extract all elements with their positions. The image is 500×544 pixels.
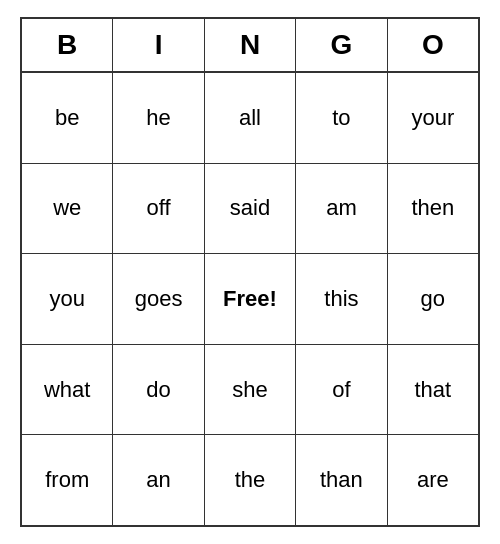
bingo-cell-2-4: go bbox=[388, 254, 478, 344]
bingo-cell-1-0: we bbox=[22, 164, 113, 254]
bingo-card: BINGO behealltoyourweoffsaidamthenyougoe… bbox=[20, 17, 480, 527]
bingo-cell-1-2: said bbox=[205, 164, 296, 254]
bingo-cell-3-2: she bbox=[205, 345, 296, 435]
bingo-cell-4-0: from bbox=[22, 435, 113, 525]
bingo-body: behealltoyourweoffsaidamthenyougoesFree!… bbox=[22, 73, 478, 525]
header-cell-i: I bbox=[113, 19, 204, 71]
bingo-cell-2-1: goes bbox=[113, 254, 204, 344]
bingo-row-2: yougoesFree!thisgo bbox=[22, 254, 478, 345]
bingo-cell-3-0: what bbox=[22, 345, 113, 435]
bingo-row-1: weoffsaidamthen bbox=[22, 164, 478, 255]
bingo-cell-3-1: do bbox=[113, 345, 204, 435]
header-cell-b: B bbox=[22, 19, 113, 71]
header-cell-g: G bbox=[296, 19, 387, 71]
bingo-cell-2-0: you bbox=[22, 254, 113, 344]
bingo-cell-4-2: the bbox=[205, 435, 296, 525]
bingo-cell-4-3: than bbox=[296, 435, 387, 525]
bingo-cell-2-2: Free! bbox=[205, 254, 296, 344]
bingo-cell-0-2: all bbox=[205, 73, 296, 163]
bingo-cell-3-3: of bbox=[296, 345, 387, 435]
bingo-cell-1-1: off bbox=[113, 164, 204, 254]
bingo-row-3: whatdosheofthat bbox=[22, 345, 478, 436]
header-cell-o: O bbox=[388, 19, 478, 71]
bingo-cell-0-3: to bbox=[296, 73, 387, 163]
bingo-cell-2-3: this bbox=[296, 254, 387, 344]
bingo-cell-4-1: an bbox=[113, 435, 204, 525]
bingo-cell-0-4: your bbox=[388, 73, 478, 163]
bingo-cell-0-0: be bbox=[22, 73, 113, 163]
bingo-header: BINGO bbox=[22, 19, 478, 73]
header-cell-n: N bbox=[205, 19, 296, 71]
bingo-row-4: fromanthethanare bbox=[22, 435, 478, 525]
bingo-cell-1-3: am bbox=[296, 164, 387, 254]
bingo-cell-0-1: he bbox=[113, 73, 204, 163]
bingo-row-0: behealltoyour bbox=[22, 73, 478, 164]
bingo-cell-1-4: then bbox=[388, 164, 478, 254]
bingo-cell-3-4: that bbox=[388, 345, 478, 435]
bingo-cell-4-4: are bbox=[388, 435, 478, 525]
